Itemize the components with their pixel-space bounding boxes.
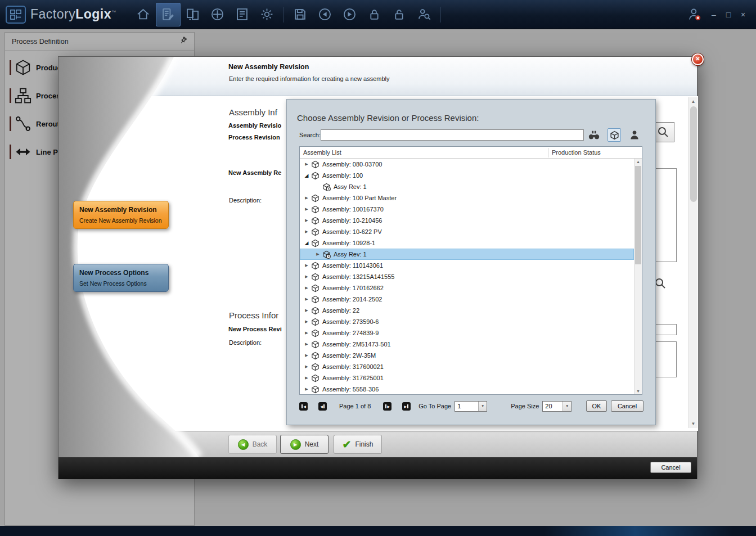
description2-label: Description: (229, 339, 262, 346)
expand-icon[interactable]: ▶ (303, 364, 310, 369)
list-item-label: Assembly: 2014-2502 (322, 296, 382, 303)
dialog-cancel-button[interactable]: Cancel (650, 462, 691, 473)
navigate-icon[interactable] (205, 3, 230, 26)
list-item[interactable]: ▶ Assembly: 170162662 (300, 282, 634, 294)
expand-icon[interactable]: ▶ (303, 331, 310, 335)
list-item[interactable]: ▶ Assembly: 273590-6 (300, 316, 634, 327)
list-item[interactable]: ▶ Assembly: 5558-306 (300, 384, 634, 394)
lock-icon[interactable] (362, 3, 387, 26)
scroll-down-icon[interactable]: ▼ (689, 421, 698, 426)
expand-icon[interactable]: ▶ (303, 263, 310, 268)
scroll-up-icon[interactable]: ▲ (689, 99, 698, 104)
expand-icon[interactable]: ▶ (303, 297, 310, 301)
prev-page-button[interactable]: ◀ (318, 402, 327, 411)
list-scrollbar[interactable]: ▲ ▼ (634, 159, 642, 394)
column-production-status[interactable]: Production Status (552, 149, 601, 156)
process-editor-icon[interactable] (156, 3, 181, 26)
sidebar-item-line-process[interactable]: Line Pr (10, 139, 61, 164)
person-filter-icon[interactable] (628, 128, 641, 142)
sidebar-item-products[interactable]: Produc (10, 55, 61, 80)
assembly-cube-icon (311, 194, 320, 202)
reports-icon[interactable] (230, 3, 255, 26)
assembly-filter-toggle[interactable] (608, 128, 621, 142)
page-size-select[interactable]: 20 ▼ (542, 401, 572, 412)
expand-icon[interactable]: ▶ (303, 319, 310, 324)
expand-icon[interactable]: ▶ (303, 308, 310, 313)
first-page-button[interactable]: ◀ (299, 402, 308, 411)
unlock-icon[interactable] (387, 3, 412, 26)
binoculars-icon[interactable] (587, 128, 601, 142)
list-item[interactable]: ▶ Assembly: 10-622 PV (300, 226, 634, 237)
redo-icon[interactable] (338, 3, 362, 26)
last-page-button[interactable]: ▶ (402, 402, 411, 411)
settings-gear-icon[interactable] (255, 3, 280, 26)
pin-icon[interactable] (179, 37, 187, 47)
list-item[interactable]: ▶ Assembly: 100167370 (300, 204, 634, 215)
expand-icon[interactable]: ▶ (303, 229, 310, 234)
expand-icon[interactable]: ▶ (303, 218, 310, 223)
scrollbar-thumb[interactable] (690, 106, 697, 202)
goto-page-select[interactable]: 1 ▼ (454, 401, 487, 412)
expand-icon[interactable]: ▶ (303, 342, 310, 346)
list-item[interactable]: ▶ Assembly: 317625001 (300, 372, 634, 384)
collapse-icon[interactable]: ◢ (303, 240, 310, 246)
content-scrollbar[interactable]: ▲ ▼ (688, 97, 698, 428)
popup-cancel-button[interactable]: Cancel (611, 400, 644, 412)
expand-icon[interactable]: ▶ (303, 196, 310, 200)
next-button[interactable]: ▶ Next (280, 435, 328, 454)
list-item[interactable]: ▶ Assy Rev: 1 (300, 249, 634, 260)
scroll-up-icon[interactable]: ▲ (634, 160, 642, 164)
assembly-cube-icon (311, 217, 320, 225)
next-page-button[interactable]: ▶ (383, 402, 392, 411)
list-item[interactable]: ▶ Assembly: 2W-35M (300, 350, 634, 361)
ok-button[interactable]: OK (586, 400, 607, 412)
user-search-icon[interactable] (412, 3, 436, 26)
save-icon[interactable] (288, 3, 313, 26)
sidebar-item-processes[interactable]: Proces (10, 83, 60, 108)
list-item[interactable]: ▶ Assembly: 274839-9 (300, 327, 634, 339)
list-item[interactable]: ▶ Assembly: 2M51473-501 (300, 339, 634, 350)
list-item[interactable]: ▶ Assembly: 2014-2502 (300, 294, 634, 305)
sidebar-item-reroute[interactable]: Rerout (10, 111, 60, 136)
list-item[interactable]: ▶ Assembly: 13215A141555 (300, 271, 634, 282)
dropdown-arrow-icon[interactable]: ▼ (478, 402, 487, 411)
list-item[interactable]: ▶ Assembly: 100 Part Master (300, 192, 634, 204)
expand-icon[interactable]: ▶ (303, 286, 310, 290)
expand-icon[interactable]: ▶ (303, 274, 310, 279)
list-item[interactable]: ◢ Assembly: 100 (300, 170, 634, 181)
list-item[interactable]: ▶ Assembly: 22 (300, 305, 634, 316)
list-item[interactable]: Assy Rev: 1 (300, 181, 634, 192)
expand-icon[interactable]: ▶ (303, 353, 310, 358)
list-item[interactable]: ◢ Assembly: 10928-1 (300, 237, 634, 249)
list-item[interactable]: ▶ Assembly: 110143061 (300, 260, 634, 271)
list-item[interactable]: ▶ Assembly: 317600021 (300, 361, 634, 372)
list-item[interactable]: ▶ Assembly: 10-210456 (300, 215, 634, 226)
step-new-assembly-revision[interactable]: New Assembly Revision Create New Assembl… (73, 201, 169, 229)
close-window-button[interactable]: × (736, 10, 750, 19)
expand-icon[interactable]: ▶ (303, 162, 310, 166)
undo-icon[interactable] (313, 3, 338, 26)
minimize-button[interactable]: – (706, 10, 721, 19)
scrollbar-thumb[interactable] (635, 166, 641, 264)
home-icon[interactable] (131, 3, 156, 26)
assembly-revision-label: Assembly Revisio (228, 122, 281, 129)
assembly-cube-icon (311, 273, 320, 281)
document-transfer-icon[interactable] (181, 3, 205, 26)
back-button[interactable]: ◀ Back (228, 435, 277, 454)
dropdown-arrow-icon[interactable]: ▼ (562, 402, 571, 411)
finish-button[interactable]: ✔ Finish (334, 435, 382, 454)
maximize-button[interactable]: □ (721, 10, 736, 19)
search-input[interactable] (321, 129, 584, 141)
dialog-close-button[interactable]: ✕ (692, 53, 704, 65)
logout-user-icon[interactable] (682, 3, 706, 26)
expand-icon[interactable]: ▶ (303, 207, 310, 211)
step-new-process-options[interactable]: New Process Options Set New Process Opti… (73, 264, 169, 292)
assembly-cube-icon (311, 363, 320, 371)
expand-icon[interactable]: ▶ (303, 376, 310, 380)
column-assembly-list[interactable]: Assembly List (303, 149, 341, 156)
expand-icon[interactable]: ▶ (303, 387, 310, 391)
list-item[interactable]: ▶ Assembly: 080-03700 (300, 159, 634, 170)
scroll-down-icon[interactable]: ▼ (634, 389, 642, 393)
collapse-icon[interactable]: ◢ (303, 173, 310, 178)
expand-icon[interactable]: ▶ (314, 252, 322, 256)
